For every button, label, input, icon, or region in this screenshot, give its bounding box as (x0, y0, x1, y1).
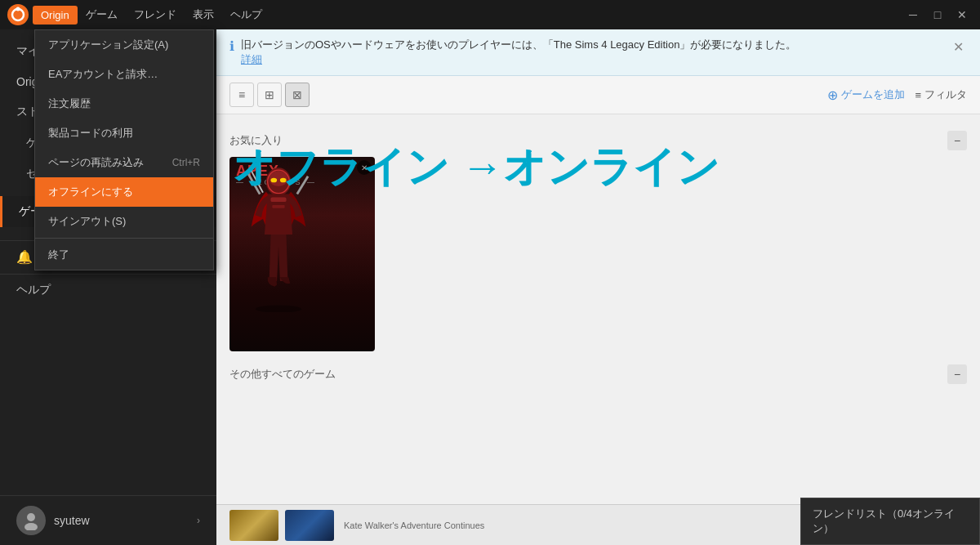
view-grid-large-button[interactable]: ⊠ (285, 83, 310, 107)
info-text-block: 旧バージョンのOSやハードウェアをお使いのプレイヤーには、「The Sims 4… (241, 38, 943, 67)
menu-item-ea-account[interactable]: EAアカウントと請求… (35, 60, 213, 89)
menu-item-reload[interactable]: ページの再読み込み Ctrl+R (35, 148, 213, 177)
svg-rect-11 (272, 205, 284, 208)
svg-point-15 (256, 305, 302, 312)
info-banner: ℹ 旧バージョンのOSやハードウェアをお使いのプレイヤーには、「The Sims… (216, 29, 980, 76)
origin-dropdown-menu: アプリケーション設定(A) EAアカウントと請求… 注文履歴 製品コードの利用 … (34, 29, 214, 270)
svg-point-9 (280, 178, 287, 183)
svg-point-8 (271, 178, 278, 183)
toolbar-right: ⊕ ゲームを追加 ≡ フィルタ (827, 87, 967, 103)
menu-item-offline[interactable]: オフラインにする (35, 177, 213, 207)
svg-line-14 (297, 176, 308, 194)
minimize-button[interactable]: ─ (902, 5, 924, 25)
title-bar-controls: ─ □ ✕ (902, 5, 973, 25)
friend-list-popup[interactable]: フレンドリスト（0/4オンライン） (800, 498, 980, 545)
other-games-title: その他すべてのゲーム (229, 367, 336, 382)
svg-point-4 (24, 523, 38, 530)
svg-point-3 (27, 513, 35, 521)
view-list-button[interactable]: ≡ (229, 83, 254, 107)
other-games-collapse-button[interactable]: − (947, 364, 967, 384)
origin-logo-icon (7, 3, 29, 26)
other-games-header: その他すべてのゲーム − (229, 364, 967, 384)
title-bar-left: Origin ゲーム フレンド 表示 ヘルプ (7, 3, 270, 26)
other-games-section: その他すべてのゲーム − (229, 364, 967, 384)
apex-figure (229, 157, 327, 312)
svg-rect-10 (271, 197, 287, 202)
close-button[interactable]: ✕ (951, 5, 973, 25)
favorites-games-grid: APEX — LEGENDS — ✕ (229, 157, 967, 351)
content-toolbar: ≡ ⊞ ⊠ ⊕ ゲームを追加 ≡ フィルタ (216, 76, 980, 114)
maximize-button[interactable]: □ (926, 5, 949, 25)
sidebar-bottom: syutew › (0, 495, 216, 545)
add-game-button[interactable]: ⊕ ゲームを追加 (827, 87, 905, 103)
menu-item-exit[interactable]: 終了 (35, 240, 213, 270)
sidebar-item-help[interactable]: ヘルプ (0, 274, 216, 306)
games-content: オフライン →オンライン お気に入り − APEX — LEGENDS — ✕ (216, 114, 980, 545)
favorites-section-header: お気に入り − (229, 131, 967, 150)
bell-icon: 🔔 (16, 250, 33, 264)
thumbnail-label: Kate Walker's Adventure Continues (344, 520, 484, 530)
menu-divider (35, 238, 213, 239)
info-icon: ℹ (229, 38, 234, 54)
info-details-link[interactable]: 詳細 (241, 52, 943, 67)
menu-origin[interactable]: Origin (33, 6, 78, 25)
thumbnail-kate-walker[interactable] (229, 510, 278, 541)
filter-button[interactable]: ≡ フィルタ (915, 87, 967, 102)
view-grid-small-button[interactable]: ⊞ (257, 83, 282, 107)
filter-icon: ≡ (915, 89, 921, 101)
sidebar-user[interactable]: syutew › (0, 496, 216, 545)
menu-friend[interactable]: フレンド (126, 4, 185, 25)
avatar (16, 506, 46, 535)
menu-item-app-settings[interactable]: アプリケーション設定(A) (35, 30, 213, 60)
user-arrow: › (197, 515, 200, 526)
info-close-button[interactable]: ✕ (950, 38, 967, 56)
svg-point-2 (16, 7, 20, 11)
menu-view[interactable]: 表示 (185, 4, 222, 25)
favorites-collapse-button[interactable]: − (947, 131, 967, 150)
content-area: ℹ 旧バージョンのOSやハードウェアをお使いのプレイヤーには、「The Sims… (216, 29, 980, 545)
thumbnail-2[interactable] (285, 510, 334, 541)
menu-help[interactable]: ヘルプ (222, 4, 270, 25)
menu-item-signout[interactable]: サインアウト(S) (35, 207, 213, 236)
username: syutew (54, 514, 189, 527)
menu-bar: Origin ゲーム フレンド 表示 ヘルプ (33, 4, 270, 25)
apex-card-close[interactable]: ✕ (357, 160, 372, 175)
menu-item-product-code[interactable]: 製品コードの利用 (35, 118, 213, 148)
apex-legends-card[interactable]: APEX — LEGENDS — ✕ (229, 157, 375, 351)
menu-item-order-history[interactable]: 注文履歴 (35, 89, 213, 118)
plus-icon: ⊕ (827, 87, 838, 103)
menu-game[interactable]: ゲーム (78, 4, 126, 25)
favorites-title: お気に入り (229, 133, 283, 148)
title-bar: Origin ゲーム フレンド 表示 ヘルプ ─ □ ✕ (0, 0, 980, 29)
